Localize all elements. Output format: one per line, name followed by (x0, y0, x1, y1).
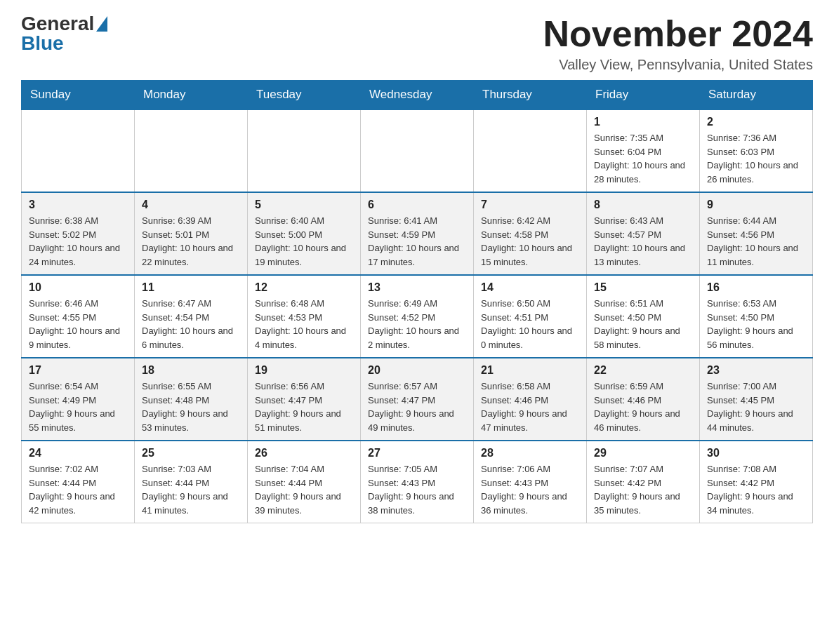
day-number: 10 (29, 281, 127, 294)
calendar-cell: 6Sunrise: 6:41 AM Sunset: 4:59 PM Daylig… (361, 192, 474, 275)
calendar-cell (474, 109, 587, 192)
calendar-week-row: 1Sunrise: 7:35 AM Sunset: 6:04 PM Daylig… (22, 109, 813, 192)
day-info: Sunrise: 7:03 AM Sunset: 4:44 PM Dayligh… (142, 462, 240, 517)
day-number: 13 (368, 281, 466, 294)
calendar-cell: 1Sunrise: 7:35 AM Sunset: 6:04 PM Daylig… (587, 109, 700, 192)
page-header: General Blue November 2024 Valley View, … (21, 14, 813, 73)
calendar-cell: 9Sunrise: 6:44 AM Sunset: 4:56 PM Daylig… (700, 192, 813, 275)
calendar-cell: 12Sunrise: 6:48 AM Sunset: 4:53 PM Dayli… (248, 275, 361, 358)
location-subtitle: Valley View, Pennsylvania, United States (543, 57, 813, 73)
day-number: 21 (481, 364, 579, 377)
day-info: Sunrise: 6:42 AM Sunset: 4:58 PM Dayligh… (481, 214, 579, 269)
day-info: Sunrise: 6:38 AM Sunset: 5:02 PM Dayligh… (29, 214, 127, 269)
day-number: 25 (142, 447, 240, 459)
calendar-cell: 2Sunrise: 7:36 AM Sunset: 6:03 PM Daylig… (700, 109, 813, 192)
day-number: 11 (142, 281, 240, 294)
day-info: Sunrise: 6:49 AM Sunset: 4:52 PM Dayligh… (368, 297, 466, 351)
calendar-cell: 14Sunrise: 6:50 AM Sunset: 4:51 PM Dayli… (474, 275, 587, 358)
day-number: 12 (255, 281, 353, 294)
day-number: 5 (255, 199, 353, 211)
day-number: 9 (707, 199, 805, 211)
calendar-cell: 20Sunrise: 6:57 AM Sunset: 4:47 PM Dayli… (361, 358, 474, 441)
day-info: Sunrise: 6:58 AM Sunset: 4:46 PM Dayligh… (481, 380, 579, 434)
day-info: Sunrise: 6:59 AM Sunset: 4:46 PM Dayligh… (594, 380, 692, 434)
day-number: 2 (707, 116, 805, 128)
day-info: Sunrise: 6:53 AM Sunset: 4:50 PM Dayligh… (707, 297, 805, 351)
month-title: November 2024 (543, 14, 813, 54)
day-number: 26 (255, 447, 353, 459)
day-number: 28 (481, 447, 579, 459)
calendar-cell (361, 109, 474, 192)
day-info: Sunrise: 7:35 AM Sunset: 6:04 PM Dayligh… (594, 131, 692, 186)
calendar-cell: 22Sunrise: 6:59 AM Sunset: 4:46 PM Dayli… (587, 358, 700, 441)
calendar-cell: 11Sunrise: 6:47 AM Sunset: 4:54 PM Dayli… (135, 275, 248, 358)
day-info: Sunrise: 7:06 AM Sunset: 4:43 PM Dayligh… (481, 462, 579, 517)
day-number: 24 (29, 447, 127, 459)
calendar-cell: 23Sunrise: 7:00 AM Sunset: 4:45 PM Dayli… (700, 358, 813, 441)
calendar-cell: 3Sunrise: 6:38 AM Sunset: 5:02 PM Daylig… (22, 192, 135, 275)
day-info: Sunrise: 7:00 AM Sunset: 4:45 PM Dayligh… (707, 380, 805, 434)
calendar-header-tuesday: Tuesday (248, 81, 361, 110)
day-number: 17 (29, 364, 127, 377)
day-number: 1 (594, 116, 692, 128)
calendar-cell (135, 109, 248, 192)
day-info: Sunrise: 7:36 AM Sunset: 6:03 PM Dayligh… (707, 131, 805, 186)
day-info: Sunrise: 7:05 AM Sunset: 4:43 PM Dayligh… (368, 462, 466, 517)
calendar-cell (22, 109, 135, 192)
day-number: 22 (594, 364, 692, 377)
day-number: 16 (707, 281, 805, 294)
calendar-header-monday: Monday (135, 81, 248, 110)
day-info: Sunrise: 7:04 AM Sunset: 4:44 PM Dayligh… (255, 462, 353, 517)
calendar-cell: 15Sunrise: 6:51 AM Sunset: 4:50 PM Dayli… (587, 275, 700, 358)
day-number: 14 (481, 281, 579, 294)
logo: General Blue (21, 14, 107, 53)
day-info: Sunrise: 6:55 AM Sunset: 4:48 PM Dayligh… (142, 380, 240, 434)
calendar-cell: 16Sunrise: 6:53 AM Sunset: 4:50 PM Dayli… (700, 275, 813, 358)
calendar-header-sunday: Sunday (22, 81, 135, 110)
day-info: Sunrise: 6:48 AM Sunset: 4:53 PM Dayligh… (255, 297, 353, 351)
calendar-table: SundayMondayTuesdayWednesdayThursdayFrid… (21, 80, 813, 523)
day-info: Sunrise: 6:43 AM Sunset: 4:57 PM Dayligh… (594, 214, 692, 269)
day-number: 18 (142, 364, 240, 377)
calendar-cell: 30Sunrise: 7:08 AM Sunset: 4:42 PM Dayli… (700, 441, 813, 523)
calendar-week-row: 10Sunrise: 6:46 AM Sunset: 4:55 PM Dayli… (22, 275, 813, 358)
calendar-cell: 10Sunrise: 6:46 AM Sunset: 4:55 PM Dayli… (22, 275, 135, 358)
calendar-cell: 24Sunrise: 7:02 AM Sunset: 4:44 PM Dayli… (22, 441, 135, 523)
calendar-cell: 28Sunrise: 7:06 AM Sunset: 4:43 PM Dayli… (474, 441, 587, 523)
day-info: Sunrise: 6:44 AM Sunset: 4:56 PM Dayligh… (707, 214, 805, 269)
day-number: 29 (594, 447, 692, 459)
calendar-cell: 27Sunrise: 7:05 AM Sunset: 4:43 PM Dayli… (361, 441, 474, 523)
day-number: 6 (368, 199, 466, 211)
calendar-cell: 7Sunrise: 6:42 AM Sunset: 4:58 PM Daylig… (474, 192, 587, 275)
calendar-cell: 21Sunrise: 6:58 AM Sunset: 4:46 PM Dayli… (474, 358, 587, 441)
calendar-cell: 13Sunrise: 6:49 AM Sunset: 4:52 PM Dayli… (361, 275, 474, 358)
calendar-cell: 5Sunrise: 6:40 AM Sunset: 5:00 PM Daylig… (248, 192, 361, 275)
calendar-week-row: 17Sunrise: 6:54 AM Sunset: 4:49 PM Dayli… (22, 358, 813, 441)
calendar-cell (248, 109, 361, 192)
day-number: 23 (707, 364, 805, 377)
day-number: 4 (142, 199, 240, 211)
day-number: 3 (29, 199, 127, 211)
calendar-cell: 26Sunrise: 7:04 AM Sunset: 4:44 PM Dayli… (248, 441, 361, 523)
calendar-cell: 29Sunrise: 7:07 AM Sunset: 4:42 PM Dayli… (587, 441, 700, 523)
day-info: Sunrise: 6:47 AM Sunset: 4:54 PM Dayligh… (142, 297, 240, 351)
calendar-cell: 4Sunrise: 6:39 AM Sunset: 5:01 PM Daylig… (135, 192, 248, 275)
day-info: Sunrise: 6:39 AM Sunset: 5:01 PM Dayligh… (142, 214, 240, 269)
day-number: 19 (255, 364, 353, 377)
calendar-header-wednesday: Wednesday (361, 81, 474, 110)
day-info: Sunrise: 6:56 AM Sunset: 4:47 PM Dayligh… (255, 380, 353, 434)
day-number: 30 (707, 447, 805, 459)
day-info: Sunrise: 6:46 AM Sunset: 4:55 PM Dayligh… (29, 297, 127, 351)
day-info: Sunrise: 7:07 AM Sunset: 4:42 PM Dayligh… (594, 462, 692, 517)
day-number: 20 (368, 364, 466, 377)
day-info: Sunrise: 6:50 AM Sunset: 4:51 PM Dayligh… (481, 297, 579, 351)
day-number: 7 (481, 199, 579, 211)
title-section: November 2024 Valley View, Pennsylvania,… (543, 14, 813, 73)
day-info: Sunrise: 6:57 AM Sunset: 4:47 PM Dayligh… (368, 380, 466, 434)
logo-general-text: General (21, 14, 94, 34)
calendar-header-thursday: Thursday (474, 81, 587, 110)
day-info: Sunrise: 6:54 AM Sunset: 4:49 PM Dayligh… (29, 380, 127, 434)
calendar-cell: 19Sunrise: 6:56 AM Sunset: 4:47 PM Dayli… (248, 358, 361, 441)
day-number: 8 (594, 199, 692, 211)
day-info: Sunrise: 7:02 AM Sunset: 4:44 PM Dayligh… (29, 462, 127, 517)
